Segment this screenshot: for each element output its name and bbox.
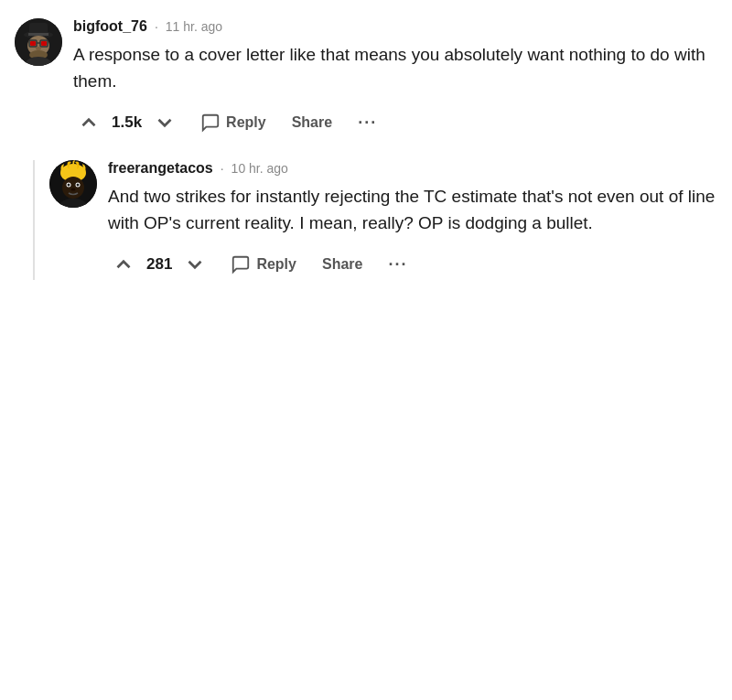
- more-button-2[interactable]: ···: [382, 252, 413, 278]
- separator-dot-1: ·: [155, 19, 158, 34]
- timestamp-1: 11 hr. ago: [166, 19, 222, 34]
- svg-rect-5: [30, 41, 36, 46]
- downvote-button-1[interactable]: [149, 107, 180, 138]
- reply-button-1[interactable]: Reply: [195, 109, 272, 136]
- comment-1-header: bigfoot_76 · 11 hr. ago: [73, 18, 717, 35]
- vote-count-2: 281: [146, 255, 172, 274]
- comment-2-text: And two strikes for instantly rejecting …: [108, 184, 717, 236]
- reply-button-2[interactable]: Reply: [225, 251, 302, 278]
- share-button-2[interactable]: Share: [317, 253, 368, 276]
- username-freerangetacos: freerangetacos: [108, 160, 213, 177]
- comment-1-body: bigfoot_76 · 11 hr. ago A response to a …: [73, 18, 717, 138]
- action-bar-2: 281 Reply Share ···: [108, 249, 717, 280]
- comment-2: freerangetacos · 10 hr. ago And two stri…: [49, 160, 717, 280]
- action-bar-1: 1.5k Reply Share ···: [73, 107, 717, 138]
- upvote-button-2[interactable]: [108, 249, 139, 280]
- avatar-bigfoot76: [15, 18, 62, 66]
- username-bigfoot76: bigfoot_76: [73, 18, 147, 35]
- share-label-2: Share: [322, 256, 362, 273]
- reply-label-2: Reply: [256, 256, 296, 273]
- nested-comment-wrapper: freerangetacos · 10 hr. ago And two stri…: [33, 160, 717, 280]
- comment-2-body: freerangetacos · 10 hr. ago And two stri…: [108, 160, 717, 280]
- upvote-button-1[interactable]: [73, 107, 104, 138]
- vote-group-1: 1.5k: [73, 107, 180, 138]
- svg-rect-3: [28, 33, 48, 36]
- vote-count-1: 1.5k: [112, 113, 142, 132]
- svg-rect-6: [41, 41, 47, 46]
- downvote-button-2[interactable]: [179, 249, 210, 280]
- comment-1: bigfoot_76 · 11 hr. ago A response to a …: [15, 18, 717, 138]
- more-button-1[interactable]: ···: [352, 110, 382, 136]
- share-label-1: Share: [292, 114, 332, 131]
- svg-point-20: [71, 188, 76, 191]
- svg-point-18: [68, 184, 70, 187]
- svg-point-15: [62, 177, 84, 199]
- reply-label-1: Reply: [226, 114, 266, 131]
- separator-dot-2: ·: [221, 161, 224, 176]
- share-button-1[interactable]: Share: [286, 111, 338, 135]
- avatar-freerangetacos: [49, 160, 97, 208]
- svg-point-19: [77, 184, 80, 187]
- vote-group-2: 281: [108, 249, 210, 280]
- timestamp-2: 10 hr. ago: [231, 161, 288, 176]
- comment-2-header: freerangetacos · 10 hr. ago: [108, 160, 717, 177]
- svg-point-10: [36, 47, 41, 50]
- comment-1-text: A response to a cover letter like that m…: [73, 42, 717, 94]
